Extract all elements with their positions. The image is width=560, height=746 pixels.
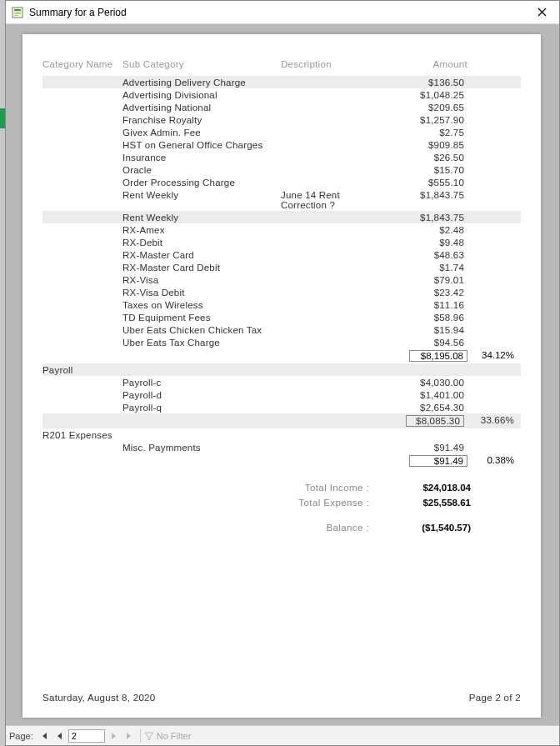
cell-subcategory: Uber Eats Tax Charge xyxy=(122,338,281,348)
cell-subcategory: Uber Eats Chicken Chicken Tax xyxy=(122,325,281,335)
subtotal-percent: 0.38% xyxy=(468,455,514,467)
cell-subcategory: RX-Master Card xyxy=(122,250,281,260)
nav-first-button[interactable] xyxy=(37,728,52,743)
subtotal-row: $8,195.0834.12% xyxy=(42,348,521,363)
cell-amount: $1,401.00 xyxy=(388,390,468,400)
cell-amount: $9.48 xyxy=(388,238,468,248)
total-income-label: Total Income : xyxy=(42,483,394,493)
close-button[interactable] xyxy=(529,4,554,21)
table-row: Oracle$15.70 xyxy=(42,163,521,176)
cell-subcategory: Taxes on Wireless xyxy=(122,300,281,310)
table-row: Uber Eats Tax Charge$94.56 xyxy=(42,336,521,348)
cell-amount: $909.85 xyxy=(388,140,468,150)
table-row: Rent Weekly$1,843.75 xyxy=(42,211,521,223)
cell-subcategory: RX-Master Card Debit xyxy=(122,263,281,273)
totals-block: Total Income : $24,018.04 Total Expense … xyxy=(42,480,521,535)
cell-subcategory: Rent Weekly xyxy=(122,190,281,210)
cell-amount: $94.56 xyxy=(388,338,468,348)
header-category: Category Name xyxy=(42,59,122,69)
table-row: Taxes on Wireless$11.16 xyxy=(42,298,521,311)
cell-description xyxy=(281,140,388,150)
cell-amount: $2.48 xyxy=(388,225,468,235)
header-subcategory: Sub Category xyxy=(122,59,281,69)
header-description: Description xyxy=(281,59,388,69)
cell-subcategory: Payroll-c xyxy=(122,378,281,388)
cell-description xyxy=(281,378,388,388)
cell-subcategory: Franchise Royalty xyxy=(122,115,281,125)
table-row: Givex Admin. Fee$2.75 xyxy=(42,126,521,138)
footer-page: Page 2 of 2 xyxy=(469,693,521,703)
cell-amount: $15.94 xyxy=(388,325,468,335)
cell-amount: $2,654.30 xyxy=(388,403,468,413)
subtotal-amount: $91.49 xyxy=(409,455,468,467)
cell-amount: $26.50 xyxy=(388,153,468,163)
page-footer: Saturday, August 8, 2020 Page 2 of 2 xyxy=(42,693,521,703)
balance-value: ($1,540.57) xyxy=(394,523,474,533)
cell-amount: $4,030.00 xyxy=(388,378,468,388)
cell-subcategory: Advertising Delivery Charge xyxy=(122,78,281,88)
table-row: RX-Visa$79.01 xyxy=(42,273,521,286)
cell-amount: $136.50 xyxy=(388,78,468,88)
table-row: Advertising Divisional$1,048.25 xyxy=(42,88,521,101)
cell-description xyxy=(281,225,388,235)
table-row: Franchise Royalty$1,257.90 xyxy=(42,113,521,126)
cell-subcategory: Rent Weekly xyxy=(122,213,281,223)
table-row: RX-Amex$2.48 xyxy=(42,223,521,236)
nav-next-button[interactable] xyxy=(107,728,122,743)
cell-amount: $11.16 xyxy=(388,300,468,310)
cell-amount: $1,843.75 xyxy=(388,190,468,210)
cell-amount: $58.96 xyxy=(388,313,468,323)
cell-subcategory: Misc. Paymments xyxy=(122,443,281,453)
cell-amount: $1,257.90 xyxy=(388,115,468,125)
cell-description xyxy=(281,390,388,400)
subtotal-percent: 34.12% xyxy=(468,350,514,362)
cell-subcategory: Oracle xyxy=(122,165,281,175)
cell-amount: $48.63 xyxy=(388,250,468,260)
cell-amount: $79.01 xyxy=(388,275,468,285)
cell-description xyxy=(281,275,388,285)
cell-description xyxy=(281,213,388,223)
cell-description xyxy=(281,78,388,88)
cell-subcategory: Payroll-d xyxy=(122,390,281,400)
cell-subcategory: RX-Visa Debit xyxy=(122,288,281,298)
table-row: Insurance$26.50 xyxy=(42,151,521,163)
table-row: Payroll-d$1,401.00 xyxy=(42,388,521,401)
cell-description xyxy=(281,300,388,310)
print-preview-viewport: Category Name Sub Category Description A… xyxy=(6,24,559,725)
cell-description xyxy=(281,153,388,163)
cell-description xyxy=(281,288,388,298)
svg-rect-1 xyxy=(14,9,21,11)
cell-description: June 14 Rent Correction ? xyxy=(281,190,388,210)
cell-amount: $1,048.25 xyxy=(388,90,468,100)
subtotal-percent: 33.66% xyxy=(468,415,514,427)
cell-description xyxy=(281,443,388,453)
table-row: Rent WeeklyJune 14 Rent Correction ?$1,8… xyxy=(42,188,521,211)
cell-amount: $91.49 xyxy=(388,443,468,453)
nav-page-input[interactable] xyxy=(68,729,105,743)
svg-rect-4 xyxy=(14,15,18,16)
cell-subcategory: HST on General Office Charges xyxy=(122,140,281,150)
cell-subcategory: Givex Admin. Fee xyxy=(122,128,281,138)
cell-description xyxy=(281,90,388,100)
report-page: Category Name Sub Category Description A… xyxy=(22,34,541,718)
cell-amount: $209.65 xyxy=(388,103,468,113)
table-row: TD Equipment Fees$58.96 xyxy=(42,311,521,323)
report-body: Category Name Sub Category Description A… xyxy=(42,56,521,535)
subtotal-amount: $8,195.08 xyxy=(409,350,468,362)
table-row: RX-Master Card Debit$1.74 xyxy=(42,261,521,273)
header-amount: Amount xyxy=(388,59,468,69)
total-expense-value: $25,558.61 xyxy=(394,498,474,508)
window-title: Summary for a Period xyxy=(29,7,529,18)
nav-prev-button[interactable] xyxy=(52,728,67,743)
svg-rect-2 xyxy=(14,12,21,13)
subtotal-row: $8,085.3033.66% xyxy=(42,413,521,428)
cell-subcategory: RX-Debit xyxy=(122,238,281,248)
total-expense-label: Total Expense : xyxy=(42,498,394,508)
cell-description xyxy=(281,325,388,335)
table-row: Misc. Paymments$91.49 xyxy=(42,441,521,453)
cell-description xyxy=(281,178,388,188)
subtotal-row: $91.490.38% xyxy=(42,453,521,468)
no-filter-indicator: No Filter xyxy=(144,731,192,741)
cell-description xyxy=(281,115,388,125)
nav-last-button[interactable] xyxy=(122,728,137,743)
